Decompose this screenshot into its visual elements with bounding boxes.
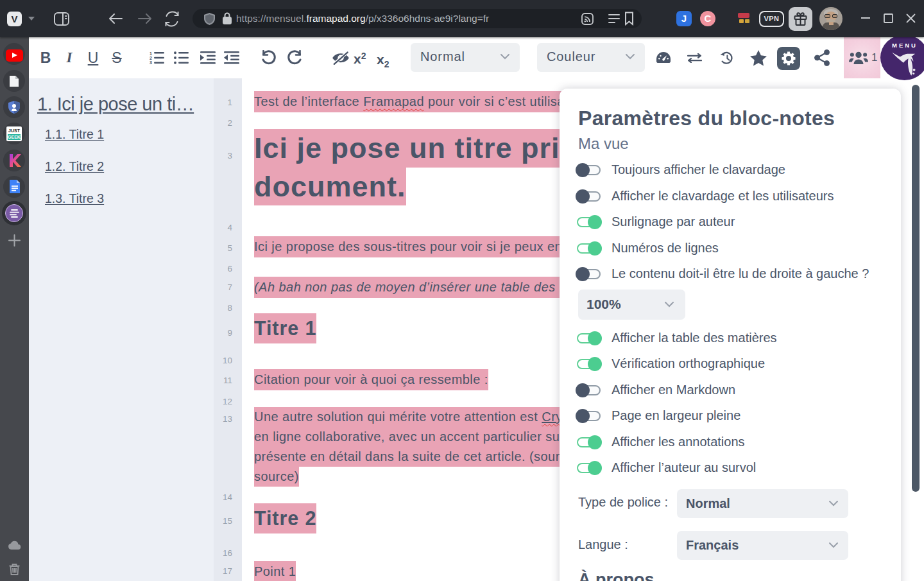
svg-text:2: 2: [150, 56, 152, 60]
svg-text:1: 1: [150, 51, 152, 56]
svg-text:3: 3: [150, 60, 152, 65]
